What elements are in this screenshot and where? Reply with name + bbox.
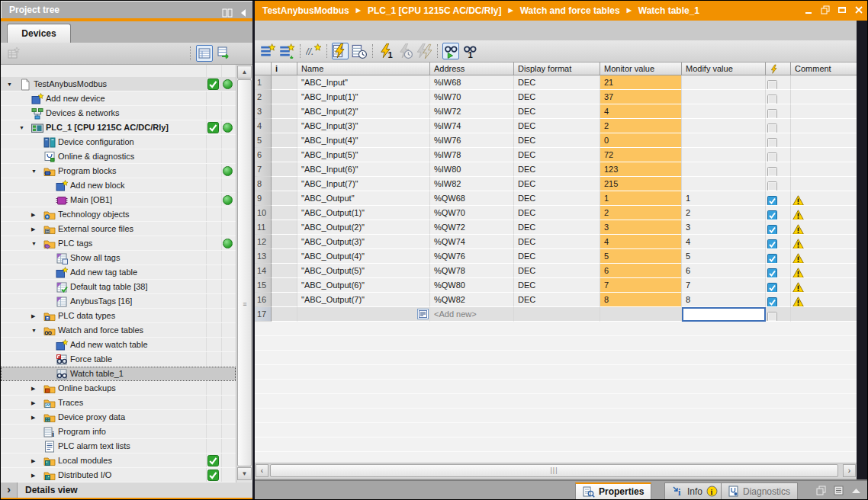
modify-enable-cell[interactable] (766, 235, 791, 249)
tree-item-distributed-i-o[interactable]: ▶Distributed I/O (1, 468, 236, 482)
details-view-expander[interactable]: › (1, 482, 18, 498)
col-modify-value[interactable]: Modify value (682, 62, 766, 75)
tree-item-device-proxy-data[interactable]: ▶Device proxy data (1, 410, 236, 425)
address-cell[interactable]: %IW76 (430, 133, 514, 148)
row-number[interactable]: 14 (255, 264, 272, 278)
modify-enable-cell[interactable] (766, 133, 791, 148)
name-cell[interactable]: "ABC_Output" (297, 191, 430, 206)
modify-value-cell[interactable] (682, 133, 766, 148)
comment-cell[interactable] (791, 307, 857, 322)
comment-cell[interactable] (791, 104, 857, 119)
horizontal-scrollbar[interactable]: ‹ ||| › (255, 463, 857, 478)
display-format-cell[interactable]: DEC (514, 249, 600, 264)
breadcrumb-segment-watch-and-force-tables[interactable]: Watch and force tables (520, 1, 620, 21)
row-number[interactable]: 15 (255, 278, 272, 293)
row-number[interactable]: 7 (255, 162, 272, 177)
expand-arrow-icon[interactable]: ▶ (31, 207, 35, 222)
modify-checkbox-checked[interactable] (767, 236, 777, 249)
expanded-mode-once-icon[interactable]: 1 (461, 43, 478, 59)
name-cell[interactable]: "ABC_Input(2)" (297, 104, 430, 119)
tree-item-add-new-device[interactable]: Add new device (1, 91, 236, 106)
row-number[interactable]: 4 (255, 119, 272, 133)
modify-enable-cell[interactable] (766, 264, 791, 278)
breadcrumb-segment-plc-1-cpu-1215c-ac-dc-rly[interactable]: PLC_1 [CPU 1215C AC/DC/Rly] (368, 1, 502, 21)
list-view-icon[interactable] (196, 45, 213, 62)
row-number[interactable]: 9 (255, 191, 272, 206)
horizontal-scrollbar-thumb[interactable]: ||| (270, 464, 838, 477)
display-format-cell[interactable]: DEC (514, 133, 600, 148)
name-cell[interactable]: "ABC_Output(5)" (297, 264, 430, 278)
tree-item-plc-tags[interactable]: ▼PLC tags (1, 236, 236, 251)
pane-list-icon[interactable] (834, 485, 844, 495)
modify-value-cell[interactable]: 2 (682, 206, 766, 220)
monitor-once-icon[interactable] (351, 43, 368, 59)
tree-item-program-blocks[interactable]: ▼Program blocks (1, 164, 236, 178)
comment-cell[interactable] (791, 133, 857, 148)
modify-enable-cell[interactable] (766, 104, 791, 119)
display-format-cell[interactable]: DEC (514, 90, 600, 104)
name-cell[interactable]: "ABC_Input(6)" (297, 162, 430, 177)
display-format-cell[interactable]: DEC (514, 235, 600, 249)
name-cell[interactable]: "ABC_Input(7)" (297, 177, 430, 191)
row-number[interactable]: 11 (255, 220, 272, 235)
tree-item-show-all-tags[interactable]: Show all tags (1, 251, 236, 265)
modify-value-cell[interactable] (682, 75, 766, 90)
modify-enable-cell[interactable] (766, 206, 791, 220)
address-cell[interactable]: %QW80 (430, 278, 514, 293)
expand-arrow-icon[interactable]: ▶ (31, 396, 35, 410)
tree-item-device-configuration[interactable]: Device configuration (1, 135, 236, 149)
expand-arrow-icon[interactable]: ▶ (31, 309, 35, 323)
modify-enable-cell[interactable] (766, 177, 791, 191)
comment-cell[interactable] (791, 119, 857, 133)
modify-enable-cell[interactable] (766, 162, 791, 177)
modify-value-cell[interactable]: 5 (682, 249, 766, 264)
col-rownum[interactable] (255, 62, 272, 75)
comment-cell[interactable] (791, 90, 857, 104)
modify-enable-cell[interactable] (766, 90, 791, 104)
comment-cell[interactable] (791, 264, 857, 278)
tree-item-technology-objects[interactable]: ▶Technology objects (1, 207, 236, 222)
row-number[interactable]: 8 (255, 177, 272, 191)
tree-item-online-diagnostics[interactable]: Online & diagnostics (1, 149, 236, 164)
collapse-arrow-icon[interactable]: ▼ (31, 164, 37, 178)
address-cell[interactable]: %QW70 (430, 206, 514, 220)
insert-comment-row-icon[interactable]: //. (305, 43, 322, 59)
modify-checkbox-unchecked[interactable] (767, 309, 777, 322)
tree-item-plc-alarm-text-lists[interactable]: PLC alarm text lists (1, 439, 236, 454)
name-cell[interactable]: "ABC_Input" (297, 75, 430, 90)
collapse-arrow-icon[interactable]: ▼ (31, 323, 37, 338)
modify-checkbox-unchecked[interactable] (767, 164, 777, 177)
comment-cell[interactable] (791, 177, 857, 191)
modify-checkbox-unchecked[interactable] (767, 106, 777, 119)
expand-arrow-icon[interactable]: ▶ (31, 222, 35, 236)
row-number[interactable]: 13 (255, 249, 272, 264)
row-number[interactable]: 10 (255, 206, 272, 220)
expand-arrow-icon[interactable]: ▶ (31, 381, 35, 396)
display-format-cell[interactable]: DEC (514, 148, 600, 162)
float-pane-icon[interactable] (816, 485, 826, 495)
address-cell[interactable]: %QW76 (430, 249, 514, 264)
name-cell[interactable]: "ABC_Output(4)" (297, 249, 430, 264)
modify-checkbox-checked[interactable] (767, 222, 777, 235)
tree-item-add-new-watch-table[interactable]: Add new watch table (1, 338, 236, 352)
collapse-arrow-icon[interactable]: ▼ (31, 236, 37, 251)
expand-arrow-icon[interactable]: ▶ (31, 468, 35, 482)
tree-item-add-new-tag-table[interactable]: Add new tag table (1, 265, 236, 280)
display-format-cell[interactable]: DEC (514, 206, 600, 220)
row-number[interactable]: 17 (255, 307, 272, 322)
address-cell[interactable]: %QW72 (430, 220, 514, 235)
tab-info[interactable]: i Info i (664, 482, 725, 500)
comment-cell[interactable] (791, 191, 857, 206)
comment-cell[interactable] (791, 249, 857, 264)
address-cell[interactable]: %QW68 (430, 191, 514, 206)
address-cell[interactable]: %QW78 (430, 264, 514, 278)
tab-devices[interactable]: Devices (7, 24, 71, 43)
comment-cell[interactable] (791, 278, 857, 293)
name-cell[interactable]: "ABC_Output(1)" (297, 206, 430, 220)
modify-value-cell[interactable] (682, 90, 766, 104)
collapse-arrow-icon[interactable]: ▼ (19, 120, 24, 135)
modify-checkbox-unchecked[interactable] (767, 91, 777, 104)
sync-icon[interactable] (216, 45, 233, 62)
modify-checkbox-unchecked[interactable] (767, 120, 777, 133)
scroll-left-icon[interactable]: ‹ (256, 464, 268, 477)
